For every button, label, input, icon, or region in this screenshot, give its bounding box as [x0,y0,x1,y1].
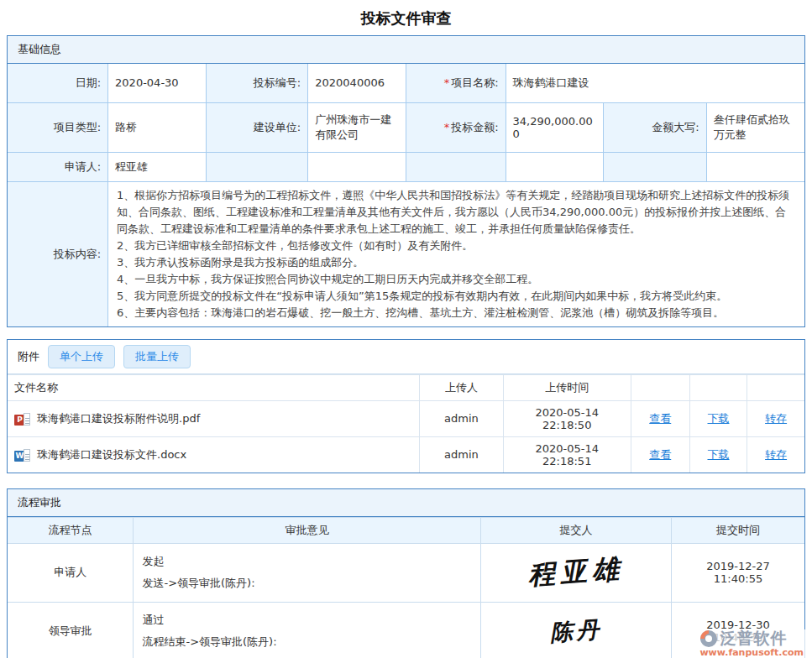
attachment-row: W 珠海鹤港口建设投标文件.docx admin 2020-05-14 22:1… [8,436,804,473]
build-unit-label: 建设单位: [206,102,307,152]
word-file-icon: W [14,448,31,462]
approval-opinion: 发起 发送->领导审批(陈丹): [134,543,481,602]
col-header-action-2 [689,374,747,400]
signature-image: 陈丹 [549,614,603,648]
col-header-submitter: 提交人 [481,517,672,543]
applicant-label: 申请人: [8,152,108,181]
bid-content-line: 2、我方已详细审核全部招标文件，包括修改文件（如有时）及有关附件。 [117,238,796,254]
attachment-uploader: admin [420,436,504,473]
basic-info-section-title: 基础信息 [8,36,804,64]
fanpu-logo-icon [699,629,718,648]
empty-value-cell [308,152,406,181]
attachment-file-name: 珠海鹤港口建设投标文件.docx [37,447,186,462]
download-link[interactable]: 下载 [708,448,730,461]
col-header-opinion: 审批意见 [134,517,481,543]
signature-image: 程亚雄 [527,551,626,594]
bid-content-value: 1、根据你方招标项目编号为的工程招标文件，遵照《中华人民共和国招投标法》等有关规… [108,181,804,326]
attachment-uploader: admin [420,400,504,436]
approval-row: 申请人 发起 发送->领导审批(陈丹): 程亚雄 2019-12-27 11:4… [8,543,804,602]
col-header-submit-time: 提交时间 [672,517,805,543]
bid-content-line: 5、我方同意所提交的投标文件在“投标申请人须知”第15条规定的投标有效期内有效，… [117,288,796,305]
download-link[interactable]: 下载 [708,412,730,425]
bid-content-line: 3、我方承认投标函附录是我方投标函的组成部分。 [117,254,796,271]
amount-caps-label: 金额大写: [604,102,706,152]
project-name-label: *项目名称: [406,64,506,102]
attachments-panel: 附件 单个上传 批量上传 文件名称 上传人 上传时间 P 珠海鹤港口建设投标附件… [7,339,805,473]
approval-section-title: 流程审批 [8,489,804,517]
bid-amount-label: *投标金额: [406,102,506,152]
approval-opinion: 通过 流程结束->领导审批(陈丹): [134,602,481,658]
approval-node: 领导审批 [8,602,134,658]
attachment-upload-time: 2020-05-14 22:18:51 [503,436,631,473]
single-upload-button[interactable]: 单个上传 [48,345,115,368]
approval-row: 领导审批 通过 流程结束->领导审批(陈丹): 陈丹 2019-12-30 10… [8,602,804,658]
build-unit-value: 广州珠海市一建有限公司 [308,102,406,152]
attachment-row: P 珠海鹤港口建设投标附件说明.pdf admin 2020-05-14 22:… [8,400,804,436]
col-header-node: 流程节点 [8,517,134,543]
view-link[interactable]: 查看 [649,412,671,425]
col-header-uploader: 上传人 [420,374,504,400]
save-as-link[interactable]: 转存 [765,412,787,425]
empty-label-cell [406,152,506,181]
basic-info-table: 日期: 2020-04-30 投标编号: 2020040006 *项目名称: 珠… [8,64,804,326]
bid-amount-value: 34,290,000.000 [506,102,604,152]
required-asterisk: * [444,121,450,133]
approval-table: 流程节点 审批意见 提交人 提交时间 申请人 发起 发送->领导审批(陈丹): … [8,517,804,658]
attachment-file-name: 珠海鹤港口建设投标附件说明.pdf [37,411,200,426]
bid-no-label: 投标编号: [206,64,307,102]
attachments-table: 文件名称 上传人 上传时间 P 珠海鹤港口建设投标附件说明.pdf admin … [8,374,804,473]
batch-upload-button[interactable]: 批量上传 [123,345,191,368]
fanpu-brand-text: 泛普软件 [720,629,787,647]
basic-info-panel: 基础信息 日期: 2020-04-30 投标编号: 2020040006 *项目… [7,35,805,327]
project-type-label: 项目类型: [8,102,108,152]
applicant-value: 程亚雄 [108,152,207,181]
save-as-link[interactable]: 转存 [765,448,787,461]
page-title: 投标文件审查 [0,0,812,35]
col-header-file-name: 文件名称 [8,374,420,400]
empty-label-cell [206,152,307,181]
project-name-value: 珠海鹤港口建设 [506,64,804,102]
col-header-action-1 [631,374,689,400]
approval-node: 申请人 [8,543,134,602]
empty-value-cell [506,152,604,181]
view-link[interactable]: 查看 [649,448,671,461]
bid-content-line: 6、主要内容包括：珠海港口的岩石爆破、挖一般土方、挖沟槽、基坑土方、灌注桩检测管… [117,305,796,321]
approval-panel: 流程审批 流程节点 审批意见 提交人 提交时间 申请人 发起 发送->领导审批(… [7,488,805,658]
fanpu-url-text: www.fanpusoft.com [699,648,804,658]
amount-caps-value: 叁仟肆佰贰拾玖万元整 [706,102,804,152]
empty-value-cell [706,152,804,181]
approval-submit-time: 2019-12-27 11:40:55 [672,543,805,602]
bid-content-line: 4、一旦我方中标，我方保证按照合同协议中规定的工期日历天内完成并移交全部工程。 [117,271,796,288]
project-type-value: 路桥 [108,102,207,152]
bid-no-value: 2020040006 [308,64,406,102]
col-header-action-3 [747,374,804,400]
fanpu-watermark: 泛普软件 www.fanpusoft.com [698,629,805,658]
empty-label-cell [604,152,706,181]
attachment-upload-time: 2020-05-14 22:18:50 [503,400,631,436]
bid-content-line: 1、根据你方招标项目编号为的工程招标文件，遵照《中华人民共和国招投标法》等有关规… [117,187,796,238]
attachments-toolbar: 附件 单个上传 批量上传 [8,340,804,374]
attachments-section-title: 附件 [18,349,39,364]
bid-content-label: 投标内容: [8,181,108,326]
required-asterisk: * [444,76,450,89]
pdf-file-icon: P [14,412,31,426]
date-label: 日期: [8,64,108,102]
date-value: 2020-04-30 [108,64,207,102]
col-header-upload-time: 上传时间 [503,374,631,400]
